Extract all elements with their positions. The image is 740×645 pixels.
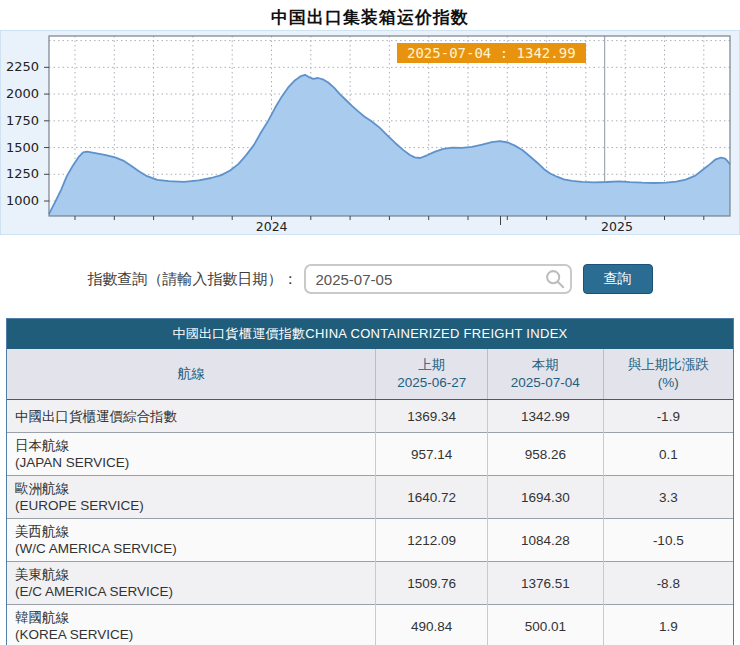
change-label: 與上期比漲跌	[605, 356, 732, 374]
route-name-en: (E/C AMERICA SERVICE)	[15, 583, 374, 600]
page-title: 中国出口集装箱运价指数	[0, 0, 740, 30]
route-name-zh: 日本航線	[15, 437, 374, 454]
table-row: 日本航線 (JAPAN SERVICE) 957.14 958.26 0.1	[7, 433, 733, 476]
prev-value: 1640.72	[376, 476, 488, 519]
route-cell: 歐洲航線 (EUROPE SERVICE)	[7, 476, 376, 519]
table-row: 歐洲航線 (EUROPE SERVICE) 1640.72 1694.30 3.…	[7, 476, 733, 519]
change-value: 1.9	[603, 605, 733, 645]
prev-date: 2025-06-27	[377, 374, 486, 392]
ccfi-table: 中國出口貨櫃運價指數CHINA CONTAINERIZED FREIGHT IN…	[6, 318, 734, 645]
route-cell: 美西航線 (W/C AMERICA SERVICE)	[7, 519, 376, 562]
table-row: 美東航線 (E/C AMERICA SERVICE) 1509.76 1376.…	[7, 562, 733, 605]
route-name-zh: 韓國航線	[15, 609, 374, 626]
prev-label: 上期	[377, 356, 486, 374]
curr-value: 1084.28	[488, 519, 603, 562]
x-axis-tick-label: 2025	[592, 219, 642, 234]
prev-value: 1212.09	[376, 519, 488, 562]
col-header-route: 航線	[7, 349, 376, 400]
index-date-input[interactable]	[304, 264, 572, 294]
route-name-zh: 美西航線	[15, 523, 374, 540]
query-button[interactable]: 查詢	[583, 264, 653, 294]
prev-value: 1509.76	[376, 562, 488, 605]
prev-value: 490.84	[376, 605, 488, 645]
col-header-curr: 本期 2025-07-04	[488, 349, 603, 400]
query-label: 指數查詢（請輸入指數日期）：	[88, 270, 298, 289]
chart-panel: 100012501500175020002250 20242025 2025-0…	[0, 30, 740, 235]
curr-value: 1694.30	[488, 476, 603, 519]
table-header-row: 航線 上期 2025-06-27 本期 2025-07-04 與上期比漲跌 (%…	[7, 349, 733, 400]
search-icon	[544, 268, 566, 290]
curr-value: 500.01	[488, 605, 603, 645]
change-value: 0.1	[603, 433, 733, 476]
col-header-prev: 上期 2025-06-27	[376, 349, 488, 400]
prev-value: 1369.34	[376, 400, 488, 433]
curr-value: 958.26	[488, 433, 603, 476]
route-name-en: (KOREA SERVICE)	[15, 626, 374, 643]
curr-label: 本期	[489, 356, 601, 374]
table-row: 美西航線 (W/C AMERICA SERVICE) 1212.09 1084.…	[7, 519, 733, 562]
route-name-zh: 中國出口貨櫃運價綜合指數	[15, 408, 374, 425]
route-name-zh: 美東航線	[15, 566, 374, 583]
change-value: -1.9	[603, 400, 733, 433]
change-value: 3.3	[603, 476, 733, 519]
route-name-en: (JAPAN SERVICE)	[15, 454, 374, 471]
route-cell: 美東航線 (E/C AMERICA SERVICE)	[7, 562, 376, 605]
table-row: 韓國航線 (KOREA SERVICE) 490.84 500.01 1.9	[7, 605, 733, 645]
change-unit: (%)	[605, 374, 732, 392]
prev-value: 957.14	[376, 433, 488, 476]
route-name-en: (W/C AMERICA SERVICE)	[15, 540, 374, 557]
route-name-en: (EUROPE SERVICE)	[15, 497, 374, 514]
query-bar: 指數查詢（請輸入指數日期）： 查詢	[0, 263, 740, 295]
curr-date: 2025-07-04	[489, 374, 601, 392]
table-row: 中國出口貨櫃運價綜合指數 1369.34 1342.99 -1.9	[7, 400, 733, 433]
route-cell: 日本航線 (JAPAN SERVICE)	[7, 433, 376, 476]
col-header-change: 與上期比漲跌 (%)	[603, 349, 733, 400]
change-value: -10.5	[603, 519, 733, 562]
x-axis-tick-label: 2024	[247, 219, 297, 234]
curr-value: 1376.51	[488, 562, 603, 605]
route-cell: 韓國航線 (KOREA SERVICE)	[7, 605, 376, 645]
table-title: 中國出口貨櫃運價指數CHINA CONTAINERIZED FREIGHT IN…	[7, 319, 733, 349]
change-value: -8.8	[603, 562, 733, 605]
chart-tooltip: 2025-07-04 : 1342.99	[397, 43, 586, 63]
route-name-zh: 歐洲航線	[15, 480, 374, 497]
x-axis-labels: 20242025	[1, 31, 739, 234]
date-input-wrap	[304, 264, 572, 294]
curr-value: 1342.99	[488, 400, 603, 433]
route-cell: 中國出口貨櫃運價綜合指數	[7, 400, 376, 433]
